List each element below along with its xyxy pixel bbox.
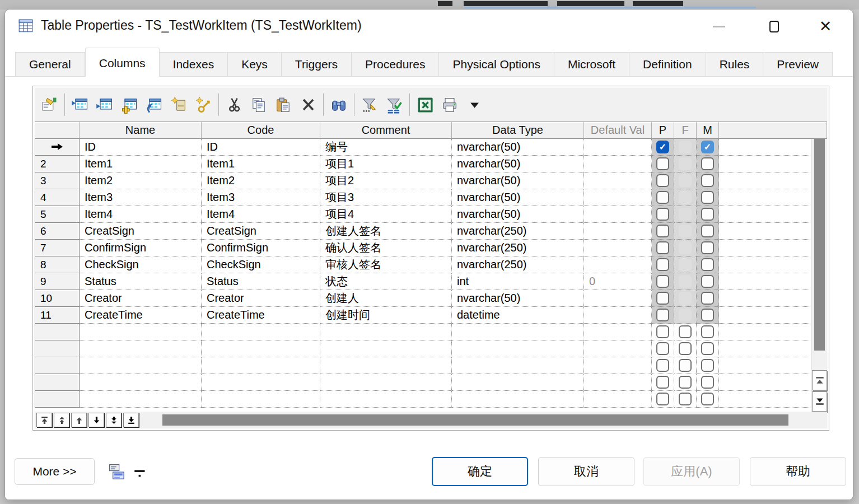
row-number-cell[interactable]: 8	[35, 256, 80, 273]
move-up-button[interactable]	[71, 413, 87, 427]
cell-code[interactable]: Creator	[202, 290, 320, 307]
empty-cell[interactable]	[202, 357, 320, 374]
scroll-to-bottom-button[interactable]	[812, 391, 827, 412]
cell-data_type[interactable]: nvarchar(50)	[452, 156, 584, 172]
empty-cell[interactable]	[80, 391, 202, 408]
cell-code[interactable]: CreateTime	[202, 307, 320, 324]
horizontal-scrollbar-thumb[interactable]	[162, 414, 788, 426]
close-button[interactable]: ✕	[813, 16, 838, 36]
cell-name[interactable]: CreatSign	[80, 223, 202, 240]
row-number-cell[interactable]: 9	[35, 273, 80, 290]
tab-microsoft[interactable]: Microsoft	[554, 52, 629, 77]
maximize-button[interactable]	[761, 16, 787, 36]
p-checkbox[interactable]	[656, 225, 669, 237]
p-checkbox[interactable]	[656, 174, 669, 187]
empty-cell[interactable]	[320, 324, 452, 340]
row-number-cell[interactable]: 3	[35, 172, 80, 189]
more-button[interactable]: More >>	[15, 458, 95, 485]
tab-columns[interactable]: Columns	[85, 48, 160, 77]
row-number-cell[interactable]	[35, 391, 80, 408]
empty-cell[interactable]	[202, 340, 320, 357]
cell-comment[interactable]: 项目2	[320, 172, 452, 189]
cell-data_type[interactable]: datetime	[452, 307, 584, 324]
cell-default-value[interactable]	[584, 223, 652, 240]
empty-cell[interactable]	[452, 340, 584, 357]
p-checkbox[interactable]	[656, 208, 669, 221]
cell-name[interactable]: Item2	[80, 172, 202, 189]
row-number-cell[interactable]	[35, 324, 80, 340]
cell-name[interactable]: CreateTime	[80, 307, 202, 324]
cut-icon[interactable]	[222, 92, 246, 117]
p-checkbox[interactable]	[656, 393, 669, 405]
collapse-dash-icon[interactable]	[130, 463, 150, 482]
p-checkbox[interactable]	[656, 376, 669, 389]
row-number-cell[interactable]: 5	[35, 206, 80, 223]
cell-default-value[interactable]	[584, 240, 652, 256]
tab-general[interactable]: General	[15, 52, 85, 77]
cell-name[interactable]: Item3	[80, 189, 202, 206]
p-checkbox[interactable]	[656, 191, 669, 204]
cell-data_type[interactable]: nvarchar(250)	[452, 223, 584, 240]
p-checkbox[interactable]	[656, 241, 669, 254]
move-down-button[interactable]	[88, 413, 104, 427]
tab-preview[interactable]: Preview	[763, 52, 833, 77]
empty-cell[interactable]	[80, 357, 202, 374]
empty-cell[interactable]	[80, 340, 202, 357]
m-checkbox[interactable]	[701, 241, 714, 254]
empty-cell[interactable]	[320, 391, 452, 408]
row-number-cell[interactable]: 4	[35, 189, 80, 206]
properties-icon[interactable]	[37, 92, 62, 117]
row-number-cell[interactable]: 11	[35, 307, 80, 324]
cell-comment[interactable]: 编号	[320, 139, 452, 156]
p-checkbox[interactable]	[656, 292, 669, 305]
m-checkbox[interactable]	[701, 157, 714, 170]
insert-row-icon[interactable]	[92, 92, 117, 117]
empty-cell[interactable]	[584, 357, 652, 374]
property-sheets-icon[interactable]	[108, 463, 127, 482]
p-checkbox[interactable]	[656, 275, 669, 288]
empty-cell[interactable]	[452, 391, 584, 408]
tab-procedures[interactable]: Procedures	[352, 52, 439, 77]
empty-cell[interactable]	[320, 374, 452, 391]
m-checkbox[interactable]	[701, 292, 714, 305]
help-button[interactable]: 帮助	[750, 457, 846, 486]
row-number-cell[interactable]: 6	[35, 223, 80, 240]
m-checkbox[interactable]: ✓	[701, 141, 714, 153]
p-checkbox[interactable]	[656, 157, 669, 170]
cell-data_type[interactable]: nvarchar(50)	[452, 189, 584, 206]
copy-icon[interactable]	[246, 92, 271, 117]
cell-default-value[interactable]	[584, 139, 652, 156]
cell-code[interactable]: Item2	[202, 172, 320, 189]
find-icon[interactable]	[326, 92, 351, 117]
m-checkbox[interactable]	[701, 309, 714, 321]
m-checkbox[interactable]	[701, 275, 714, 288]
cell-code[interactable]: ConfirmSign	[202, 240, 320, 256]
row-number-cell[interactable]	[35, 374, 80, 391]
f-checkbox[interactable]	[679, 393, 692, 405]
tab-physical-options[interactable]: Physical Options	[439, 52, 554, 77]
cell-data_type[interactable]: nvarchar(50)	[452, 206, 584, 223]
f-checkbox[interactable]	[679, 359, 692, 372]
row-indicator-cell[interactable]	[35, 139, 80, 156]
cell-code[interactable]: Status	[202, 273, 320, 290]
cell-default-value[interactable]	[584, 290, 652, 307]
cancel-button[interactable]: 取消	[538, 457, 634, 486]
tab-keys[interactable]: Keys	[228, 52, 282, 77]
empty-cell[interactable]	[320, 357, 452, 374]
cell-default-value[interactable]	[584, 307, 652, 324]
cell-default-value[interactable]	[584, 189, 652, 206]
cell-name[interactable]: Item4	[80, 206, 202, 223]
cell-code[interactable]: CheckSign	[202, 256, 320, 273]
cell-name[interactable]: Creator	[80, 290, 202, 307]
cell-default-value[interactable]	[584, 172, 652, 189]
move-top-button[interactable]	[36, 413, 52, 427]
cell-default-value[interactable]	[584, 156, 652, 172]
cell-comment[interactable]: 项目4	[320, 206, 452, 223]
p-checkbox[interactable]	[656, 258, 669, 271]
cell-name[interactable]: ConfirmSign	[80, 240, 202, 256]
cell-default-value[interactable]	[584, 206, 652, 223]
cell-data_type[interactable]: nvarchar(50)	[452, 290, 584, 307]
generate-key-icon[interactable]	[191, 92, 216, 117]
m-checkbox[interactable]	[701, 208, 714, 221]
tab-rules[interactable]: Rules	[706, 52, 764, 77]
